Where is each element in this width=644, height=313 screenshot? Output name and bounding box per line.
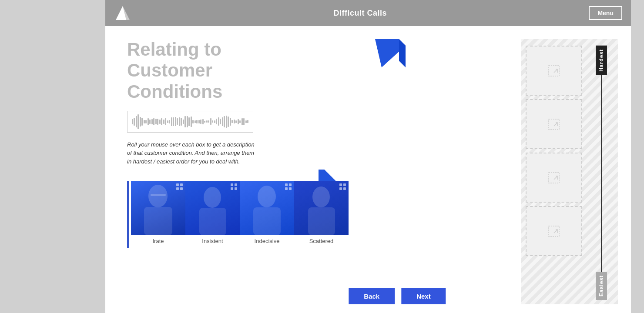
menu-button[interactable]: Menu: [589, 6, 622, 20]
waveform-bar: [149, 120, 151, 124]
waveform-bar: [145, 120, 147, 123]
card-indecisive[interactable]: Indecisive: [240, 181, 294, 244]
card-insistent[interactable]: Insistent: [185, 181, 240, 244]
waveform-bar: [184, 116, 186, 128]
left-background: [0, 0, 105, 313]
waveform-bar: [163, 120, 164, 124]
waveform-bar: [155, 119, 157, 124]
waveform-bar: [238, 119, 239, 124]
waveform-bar: [132, 119, 133, 124]
waveform-bar: [148, 118, 149, 125]
waveform-bar: [136, 116, 137, 127]
waveform-bar: [198, 120, 200, 123]
adobe-logo: Adobe: [114, 4, 131, 22]
drag-handle-irate: [176, 183, 183, 190]
main-container: Adobe Difficult Calls Menu Relating to C…: [105, 0, 631, 313]
waveform-bar: [161, 118, 162, 125]
waveform-bar: [242, 118, 243, 125]
waveform-bar: [216, 119, 217, 124]
waveform-bar: [181, 118, 182, 126]
waveform-bar: [245, 120, 247, 123]
svg-text:Adobe: Adobe: [117, 21, 128, 22]
waveform-bar: [224, 116, 225, 127]
drop-zone-2-icon: [548, 118, 560, 130]
waveform-bar: [202, 119, 204, 124]
audio-player[interactable]: [127, 111, 253, 133]
arrow-down-right: [375, 39, 406, 67]
card-label-indecisive: Indecisive: [255, 238, 280, 244]
waveform-bar: [208, 120, 209, 123]
drop-zone-3[interactable]: [526, 153, 582, 203]
waveform-bar: [159, 120, 161, 124]
waveform-bar: [151, 119, 153, 125]
waveform-bar: [231, 120, 233, 123]
waveform-bar: [235, 120, 237, 123]
waveform-bar: [175, 117, 176, 126]
waveform-bar: [210, 118, 211, 125]
waveform-bar: [206, 120, 208, 123]
waveform-bar: [167, 120, 168, 123]
drop-zone-3-icon: [548, 172, 560, 184]
svg-rect-14: [308, 207, 335, 235]
waveform-bar: [187, 116, 188, 127]
card-label-scattered: Scattered: [309, 238, 334, 244]
header: Adobe Difficult Calls Menu: [105, 0, 631, 26]
back-button[interactable]: Back: [349, 288, 395, 304]
waveform-bar: [218, 117, 219, 126]
waveform-bar: [200, 120, 201, 124]
waveform-bar: [220, 119, 221, 124]
waveform-bar: [138, 114, 139, 129]
left-panel: Relating to Customer Conditions Roll you…: [127, 39, 521, 304]
waveform-bar: [183, 120, 184, 124]
svg-marker-4: [399, 39, 406, 67]
drop-zone-1[interactable]: [526, 46, 582, 96]
difficulty-sidebar: Hardest Easiest: [588, 43, 614, 300]
drag-handle-indecisive: [285, 183, 292, 190]
waveform-bar: [212, 120, 213, 123]
navigation-buttons: Back Next: [349, 288, 446, 304]
page-title: Relating to Customer Conditions: [127, 39, 292, 102]
card-scattered[interactable]: Scattered: [294, 181, 349, 244]
waveform-bar: [230, 118, 231, 126]
svg-rect-8: [151, 194, 166, 196]
card-irate[interactable]: Irate: [131, 181, 185, 244]
drag-handle-insistent: [231, 183, 237, 190]
drop-zone-2[interactable]: [526, 99, 582, 149]
svg-point-11: [258, 186, 276, 207]
card-label-irate: Irate: [152, 238, 164, 244]
left-border: [127, 181, 129, 248]
waveform-bar: [177, 118, 178, 125]
waveform-bar: [153, 118, 154, 126]
drop-zones-panel: [526, 43, 587, 300]
waveform-bar: [165, 118, 166, 125]
waveform-bar: [239, 120, 241, 123]
svg-point-13: [312, 186, 330, 207]
waveform-bar: [214, 120, 215, 123]
next-button[interactable]: Next: [401, 288, 446, 304]
waveform-bar: [144, 120, 145, 123]
waveform-bar: [234, 120, 235, 123]
svg-rect-10: [199, 208, 226, 235]
waveform-bar: [169, 120, 170, 123]
waveform-bar: [196, 120, 198, 123]
waveform-bar: [195, 120, 196, 123]
waveform-bar: [204, 121, 205, 123]
drop-zone-4[interactable]: [526, 206, 582, 256]
difficulty-line: [601, 75, 602, 272]
waveform-bar: [188, 117, 190, 126]
drop-zone-1-icon: [548, 65, 560, 77]
waveform-bar: [228, 117, 229, 127]
waveform-bar: [134, 118, 135, 126]
drag-handle-scattered: [339, 183, 346, 190]
header-title: Difficult Calls: [333, 9, 387, 18]
waveform-bar: [171, 117, 172, 126]
instructions-text: Roll your mouse over each box to get a d…: [127, 140, 258, 166]
waveform-bar: [247, 120, 248, 123]
svg-point-9: [204, 187, 221, 208]
waveform-bar: [179, 117, 180, 126]
waveform-bar: [173, 117, 174, 126]
waveform-bar: [226, 116, 227, 128]
hardest-label: Hardest: [596, 46, 607, 75]
drop-zone-4-icon: [548, 225, 560, 237]
right-background: [631, 0, 644, 313]
